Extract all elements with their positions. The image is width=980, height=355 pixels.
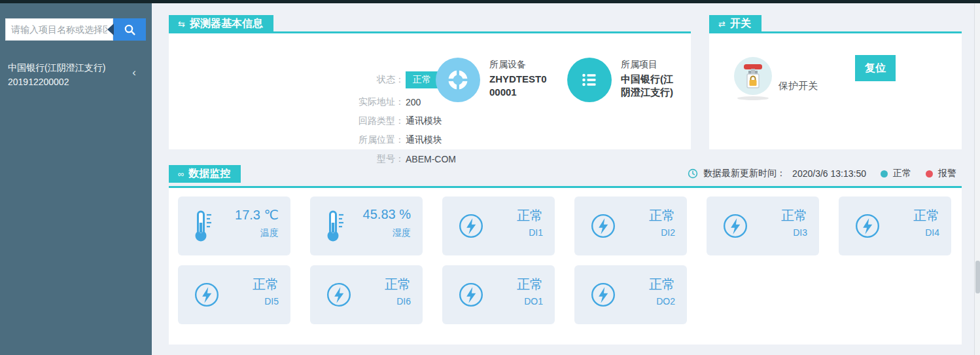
project-label: 所属项目 [621,59,681,71]
detector-panel: 状态： 正常 实际地址： 200 回路类型： 通讯模块 所属位置： 通讯模块 型… [169,33,691,149]
card-humidity: 45.83 % 湿度 [310,196,423,255]
card-di2: 正常 DI2 [574,196,687,255]
sidebar-collapse-arrow-icon[interactable] [107,24,114,35]
card-di1: 正常 DI1 [442,196,555,255]
sidebar: 中国银行(江阴澄江支行) 201912200002 ‹ [0,3,152,355]
field-label: 状态： [344,74,404,86]
legend-normal-label: 正常 [893,168,911,179]
scrollbar-thumb[interactable] [975,261,980,293]
card-label: DI4 [925,227,939,238]
card-value: 正常 [517,207,543,225]
field-value: 通讯模块 [406,134,442,146]
card-do2: 正常 DO2 [574,265,687,324]
lifebuoy-icon [436,58,480,102]
search-button[interactable] [113,18,146,41]
project-code: 201912200002 [8,75,144,90]
device-association: 所属设备 ZHYDTEST000001 [436,58,551,102]
monitor-panel-title: 数据监控 [188,167,230,181]
sliders-icon: ⇆ [178,20,185,28]
bolt-icon [590,265,616,324]
card-label: 温度 [260,227,279,239]
field-label: 所属位置： [344,134,404,146]
field-value: ABEM-COM [406,154,456,164]
project-name: 中国银行(江阴澄江支行) [8,61,144,75]
device-name: ZHYDTEST000001 [489,73,551,100]
card-label: DO2 [656,296,675,307]
search-icon [124,24,136,36]
card-label: DI1 [529,227,543,238]
card-label: DO1 [524,296,543,307]
card-di5: 正常 DI5 [178,265,290,324]
card-di3: 正常 DI3 [707,196,819,255]
page: 中国银行(江阴澄江支行) 201912200002 ‹ ⇆ 探测器基本信息 状态… [0,0,980,355]
bolt-icon [854,196,881,255]
bolt-icon [458,196,484,255]
updated-label: 数据最新更新时间： [703,168,786,179]
card-label: DI3 [793,227,807,238]
bolt-icon [194,265,220,324]
field-row-location: 所属位置： 通讯模块 [344,133,456,147]
card-di6: 正常 DI6 [310,265,423,324]
card-value: 正常 [649,276,675,293]
monitor-cards: 17.3 ℃ 温度 45.83 % 湿度 [178,196,954,324]
card-value: 45.83 % [363,207,411,222]
field-label: 回路类型： [344,115,404,127]
clock-icon [688,168,698,179]
bolt-icon [590,196,616,255]
project-association: 所属项目 中国银行(江阴澄江支行) [567,58,681,102]
monitor-panel-header: ∞ 数据监控 [169,165,241,183]
device-label: 所属设备 [489,59,551,71]
card-value: 正常 [517,276,543,293]
vertical-scrollbar[interactable] [974,3,980,355]
field-label: 型号： [344,153,404,165]
card-do1: 正常 DO1 [442,265,555,324]
card-label: DI6 [396,296,411,307]
protection-valve-icon [734,57,772,95]
monitor-meta: 数据最新更新时间： 2020/3/6 13:13:50 正常 报警 [688,168,956,179]
field-row-loop-type: 回路类型： 通讯模块 [344,114,456,128]
field-label: 实际地址： [344,96,404,108]
list-icon [567,58,612,102]
status-badge: 正常 [406,71,438,88]
bolt-icon [722,196,748,255]
switch-panel-title: 开关 [730,17,751,31]
card-value: 正常 [253,276,279,293]
normal-dot-icon [881,170,888,178]
card-label: 湿度 [393,227,411,239]
field-value: 200 [406,97,421,107]
field-row-model: 型号： ABEM-COM [344,152,456,166]
legend-alarm-label: 报警 [938,168,956,179]
valve-shadow [737,96,769,100]
bolt-icon [326,265,352,324]
card-label: DI2 [661,227,675,238]
project-search [5,18,146,41]
project-name: 中国银行(江阴澄江支行) [621,73,681,100]
switch-label: 保护开关 [779,80,818,92]
detector-panel-header: ⇆ 探测器基本信息 [169,15,273,33]
reset-button[interactable]: 复位 [855,55,896,81]
bolt-icon [458,265,484,324]
card-temperature: 17.3 ℃ 温度 [178,196,290,255]
updated-time: 2020/3/6 13:13:50 [792,168,866,179]
card-value: 正常 [649,207,675,225]
card-label: DI5 [264,296,279,307]
card-value: 正常 [913,207,939,225]
thermometer-icon [194,196,213,255]
card-value: 正常 [385,276,411,293]
chevron-left-icon[interactable]: ‹ [132,64,136,81]
thermometer-icon [326,196,345,255]
sidebar-item-project[interactable]: 中国银行(江阴澄江支行) 201912200002 ‹ [0,56,152,94]
search-input[interactable] [5,18,113,41]
swap-arrows-icon: ⇄ [718,20,726,28]
detector-panel-title: 探测器基本信息 [190,17,263,31]
card-di4: 正常 DI4 [839,196,951,255]
switch-panel-header: ⇄ 开关 [709,15,761,33]
link-icon: ∞ [178,170,184,178]
field-value: 通讯模块 [406,115,442,127]
card-value: 17.3 ℃ [235,207,279,223]
alarm-dot-icon [926,170,933,178]
card-value: 正常 [781,207,807,225]
